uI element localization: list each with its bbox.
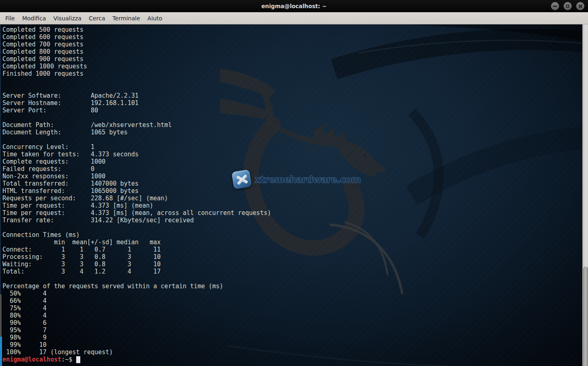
left-edge-gray-strip xyxy=(0,294,2,337)
window-titlebar: enigma@localhost: ~ xyxy=(0,0,588,12)
menu-item-cerca[interactable]: Cerca xyxy=(85,13,109,23)
square-icon xyxy=(566,4,569,8)
desktop-screen: enigma@localhost: ~ File Modifica Visual… xyxy=(0,0,588,366)
menu-item-visualizza[interactable]: Visualizza xyxy=(50,13,85,23)
terminal-cursor xyxy=(76,356,80,363)
menu-item-terminale[interactable]: Terminale xyxy=(109,13,144,23)
minimize-button[interactable] xyxy=(551,2,559,10)
terminal-output: Completed 500 requests Completed 600 req… xyxy=(0,24,271,363)
window-controls xyxy=(551,2,584,10)
scrollbar-thumb[interactable] xyxy=(583,267,588,366)
prompt-user-host: enigma@localhost xyxy=(2,356,62,363)
menu-bar: File Modifica Visualizza Cerca Terminale… xyxy=(0,12,588,24)
minus-icon xyxy=(553,6,557,7)
scrollbar-track[interactable] xyxy=(582,24,588,366)
terminal-viewport[interactable]: xtremehardware.com Completed 500 request… xyxy=(0,24,588,366)
left-edge-highlight xyxy=(0,24,1,294)
close-button[interactable] xyxy=(576,2,584,10)
left-edge-blue-strip xyxy=(0,337,2,366)
ab-output-text: Completed 500 requests Completed 600 req… xyxy=(2,26,271,356)
prompt-suffix: :~$ xyxy=(62,356,73,363)
menu-item-modifica[interactable]: Modifica xyxy=(18,13,50,23)
window-title: enigma@localhost: ~ xyxy=(0,0,588,12)
maximize-button[interactable] xyxy=(564,2,572,10)
menu-item-file[interactable]: File xyxy=(2,13,18,23)
menu-item-aiuto[interactable]: Aiuto xyxy=(144,13,166,23)
